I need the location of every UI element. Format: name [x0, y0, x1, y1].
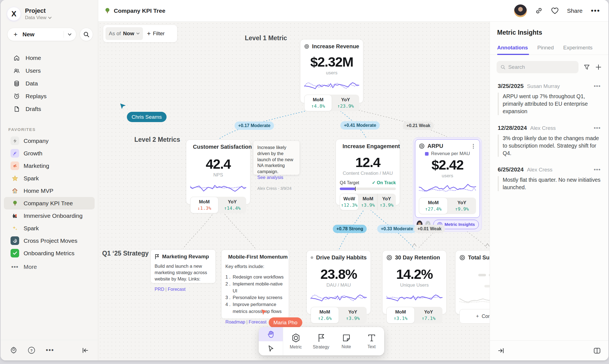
forecast-link[interactable]: Forecast: [168, 287, 185, 292]
note-tool-button[interactable]: Note: [334, 327, 359, 355]
edge-label-subscriptions[interactable]: +0.01 Weak: [414, 225, 445, 233]
more-menu-icon[interactable]: •••: [591, 6, 600, 15]
flag-icon: [155, 254, 159, 259]
sidebar-item-drafts[interactable]: Drafts: [1, 103, 98, 115]
edge-label-daily-habits[interactable]: +0.78 Strong: [333, 225, 367, 233]
strategy-tool-button[interactable]: Strategy: [308, 327, 334, 355]
hand-tool-button[interactable]: [259, 327, 283, 341]
select-tool-button[interactable]: [259, 341, 283, 355]
collapse-sidebar-icon[interactable]: [82, 347, 89, 353]
favorite-cross-project-moves[interactable]: Cross Project Moves: [4, 234, 95, 247]
metric-card-total-subscriptions[interactable]: Total Subscript + Connec: [455, 250, 490, 314]
share-button[interactable]: Share: [567, 7, 583, 14]
favorite-spark[interactable]: Spark: [4, 172, 95, 184]
as-of-selector[interactable]: As of Now: [105, 27, 143, 40]
annotation-menu-icon[interactable]: •••: [594, 83, 601, 89]
metric-card-drive-daily-habits[interactable]: Drive Daily Habbits 23.8% DAU / MAU MoM …: [306, 250, 371, 314]
gear-icon[interactable]: [10, 347, 17, 354]
kpi-tree-canvas[interactable]: As of Now + Filter Level 1 Metric Level …: [98, 22, 490, 360]
project-view-selector[interactable]: Data View: [25, 15, 52, 21]
annotation-item[interactable]: 12/28/2024 Alex Cress ••• 3% drop likely…: [490, 115, 608, 157]
tab-annotations[interactable]: Annotations: [497, 45, 528, 55]
strategy-card-marketing-revamp[interactable]: Marketing Revamp Build and launch a new …: [150, 249, 216, 283]
edge-label-retention[interactable]: +0.33 Moderate: [377, 225, 417, 233]
favorite-company-kpi-tree[interactable]: Company KPI Tree: [4, 197, 95, 209]
annotation-text: ARPU went up 7% throughout Q1, primarily…: [498, 93, 601, 115]
favorite-heart-icon[interactable]: [551, 7, 559, 14]
add-filter-button[interactable]: + Filter: [147, 30, 165, 37]
canvas-tools-toolbar: Metric Strategy Note Text: [259, 327, 384, 355]
metric-tool-button[interactable]: Metric: [283, 327, 308, 355]
annotation-item[interactable]: 6/25/2024 Alex Cress ••• Mostly flat thi…: [490, 157, 608, 191]
help-icon[interactable]: ?: [28, 347, 35, 354]
tab-pinned[interactable]: Pinned: [537, 45, 554, 55]
metric-unit: Content Creation / MAU: [340, 171, 396, 176]
sparkline-chart: [386, 291, 442, 304]
roadmap-link[interactable]: Roadmap: [225, 319, 245, 324]
project-name: Project: [25, 7, 52, 14]
metric-value: 42.4: [190, 156, 246, 172]
annotation-menu-icon[interactable]: •••: [594, 125, 601, 131]
favorites-heading: FAVORITES: [8, 127, 98, 132]
edge-label-arpu[interactable]: +0.21 Weak: [403, 122, 434, 130]
metric-target-icon: [304, 44, 309, 49]
canvas-note-card[interactable]: Increase likely driven by the launch of …: [253, 141, 300, 175]
sidebar-item-data[interactable]: Data: [1, 77, 98, 90]
metric-card-increase-engagement[interactable]: Increase Engagement 12.4 Content Creatio…: [336, 139, 400, 205]
collapse-panel-icon[interactable]: [498, 348, 504, 354]
annotation-item[interactable]: 3/25/2025 Susan Murray ••• ARPU went up …: [490, 73, 608, 115]
annotation-menu-icon[interactable]: •••: [594, 166, 601, 173]
metric-card-30-day-retention[interactable]: 30 Day Retention 14.2% Unique Users MoM …: [382, 250, 447, 314]
chevron-down-icon[interactable]: [68, 33, 72, 36]
favorite-growth[interactable]: Growth: [4, 147, 95, 160]
sidebar-item-replays[interactable]: Replays: [1, 90, 98, 103]
favorite-home-mvp[interactable]: Home MVP: [4, 184, 95, 197]
user-avatar[interactable]: [514, 4, 527, 17]
edge-label-engagement[interactable]: +0.41 Moderate: [340, 121, 380, 130]
card-title: Mobile-First Momentum: [228, 254, 288, 260]
favorite-marketing[interactable]: Marketing: [4, 160, 95, 172]
metric-target-icon: [419, 143, 425, 149]
stat-mom: MoM ↑3.9%: [359, 194, 377, 210]
legend-swatch: [425, 152, 429, 156]
app-window: X Project Data View + New: [1, 0, 608, 360]
sidebar-more[interactable]: ••• More: [4, 261, 95, 273]
stat-mom: MoM ↓1.3%: [190, 197, 218, 213]
metric-value: 23.8%: [311, 266, 367, 282]
swirl-icon: [11, 236, 19, 245]
tab-experiments[interactable]: Experiments: [563, 45, 593, 55]
stat-mom: MoM ↑4.8%: [304, 95, 332, 111]
metric-card-increase-revenue[interactable]: Increase Revenue $2.32M users MoM ↑4.8% …: [300, 39, 363, 103]
text-tool-button[interactable]: Text: [359, 327, 384, 355]
favorite-onboarding-metrics[interactable]: Onboarding Metrics: [4, 247, 95, 259]
favorite-immersive-onboarding[interactable]: Immersive Onboarding: [4, 209, 95, 222]
sidebar-item-home[interactable]: Home: [1, 52, 98, 64]
card-kebab-icon[interactable]: ⋮: [471, 143, 476, 149]
sidebar-item-users[interactable]: Users: [1, 64, 98, 77]
strategy-intro: Key efforts include:: [225, 263, 285, 270]
metric-card-customer-satisfaction[interactable]: Customer Satisfaction 42.4 NPS MoM ↓1.3%…: [186, 140, 250, 204]
prd-link[interactable]: PRD: [155, 287, 164, 292]
annotations-search[interactable]: [497, 61, 578, 73]
flag-icon: [317, 333, 325, 343]
add-annotation-icon[interactable]: [595, 64, 602, 70]
search-input[interactable]: [508, 64, 575, 70]
new-button[interactable]: + New: [7, 28, 76, 41]
replay-icon: [13, 93, 20, 100]
metric-unit: Unique Users: [386, 282, 442, 288]
search-button[interactable]: [80, 28, 93, 41]
ellipsis-icon[interactable]: •••: [46, 347, 54, 354]
edge-label-customer-satisfaction[interactable]: +0.17 Moderate: [235, 122, 274, 130]
copy-link-icon[interactable]: [535, 7, 543, 14]
project-switcher[interactable]: X Project Data View: [1, 0, 98, 21]
sparkline-chart: [304, 79, 359, 92]
split-view-icon[interactable]: [593, 347, 601, 354]
text-icon: [368, 333, 376, 342]
favorite-spark-2[interactable]: Spark: [4, 222, 95, 234]
connect-metric-button[interactable]: + Connec: [459, 309, 490, 323]
filter-funnel-icon[interactable]: [583, 64, 590, 70]
see-analysis-link[interactable]: See analysis: [257, 175, 296, 180]
favorite-company[interactable]: Company: [4, 135, 95, 147]
panel-title: Metric Insights: [490, 22, 608, 36]
metric-card-arpu-selected[interactable]: ARPU ⋮ Revenue per MAU $2.42 users MoM ↑…: [413, 137, 482, 232]
